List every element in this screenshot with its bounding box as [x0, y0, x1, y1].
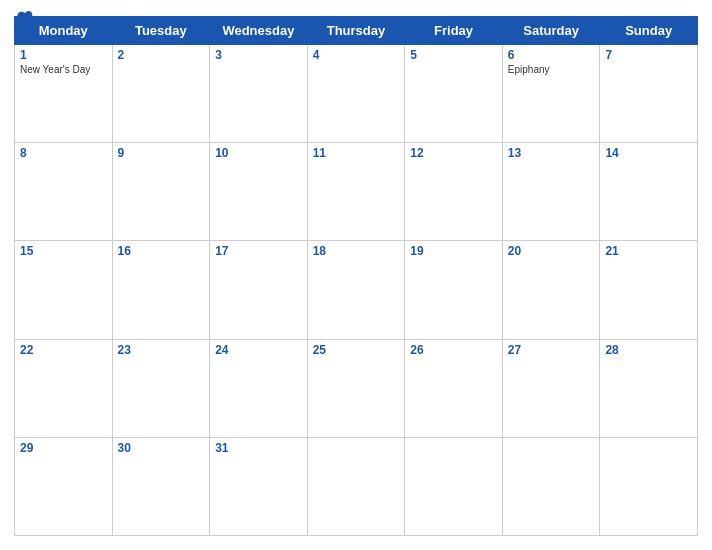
calendar-cell — [600, 437, 698, 535]
logo-area — [14, 10, 36, 24]
calendar-cell: 24 — [210, 339, 308, 437]
calendar-cell: 20 — [502, 241, 600, 339]
day-number: 25 — [313, 343, 400, 357]
calendar-cell: 16 — [112, 241, 210, 339]
calendar-cell: 2 — [112, 45, 210, 143]
day-number: 24 — [215, 343, 302, 357]
day-number: 13 — [508, 146, 595, 160]
calendar-cell: 31 — [210, 437, 308, 535]
day-number: 4 — [313, 48, 400, 62]
day-number: 30 — [118, 441, 205, 455]
calendar-cell: 5 — [405, 45, 503, 143]
day-header-saturday: Saturday — [502, 17, 600, 45]
day-header-wednesday: Wednesday — [210, 17, 308, 45]
day-number: 15 — [20, 244, 107, 258]
day-header-tuesday: Tuesday — [112, 17, 210, 45]
day-number: 8 — [20, 146, 107, 160]
calendar-cell: 6Epiphany — [502, 45, 600, 143]
holiday-label: Epiphany — [508, 64, 595, 75]
calendar-cell: 12 — [405, 143, 503, 241]
day-number: 10 — [215, 146, 302, 160]
day-number: 11 — [313, 146, 400, 160]
day-number: 21 — [605, 244, 692, 258]
calendar-cell: 14 — [600, 143, 698, 241]
holiday-label: New Year's Day — [20, 64, 107, 75]
calendar-cell: 3 — [210, 45, 308, 143]
calendar-cell: 9 — [112, 143, 210, 241]
day-number: 2 — [118, 48, 205, 62]
day-number: 14 — [605, 146, 692, 160]
day-number: 16 — [118, 244, 205, 258]
header-row: MondayTuesdayWednesdayThursdayFridaySatu… — [15, 17, 698, 45]
calendar-cell: 8 — [15, 143, 113, 241]
calendar-cell: 22 — [15, 339, 113, 437]
calendar-cell: 23 — [112, 339, 210, 437]
day-number: 31 — [215, 441, 302, 455]
calendar-week-5: 293031 — [15, 437, 698, 535]
calendar-cell: 15 — [15, 241, 113, 339]
day-header-friday: Friday — [405, 17, 503, 45]
logo-bird-icon — [16, 10, 34, 24]
day-header-sunday: Sunday — [600, 17, 698, 45]
day-number: 1 — [20, 48, 107, 62]
day-number: 27 — [508, 343, 595, 357]
calendar-cell: 29 — [15, 437, 113, 535]
calendar-cell: 19 — [405, 241, 503, 339]
calendar-cell: 4 — [307, 45, 405, 143]
day-number: 3 — [215, 48, 302, 62]
day-number: 9 — [118, 146, 205, 160]
calendar-table: MondayTuesdayWednesdayThursdayFridaySatu… — [14, 16, 698, 536]
day-number: 17 — [215, 244, 302, 258]
calendar-cell: 18 — [307, 241, 405, 339]
day-number: 6 — [508, 48, 595, 62]
calendar-week-1: 1New Year's Day23456Epiphany7 — [15, 45, 698, 143]
calendar-cell: 7 — [600, 45, 698, 143]
day-number: 28 — [605, 343, 692, 357]
calendar-cell: 25 — [307, 339, 405, 437]
day-number: 19 — [410, 244, 497, 258]
day-number: 12 — [410, 146, 497, 160]
day-header-thursday: Thursday — [307, 17, 405, 45]
calendar-week-2: 891011121314 — [15, 143, 698, 241]
day-number: 22 — [20, 343, 107, 357]
logo-text — [14, 10, 36, 24]
calendar-cell: 21 — [600, 241, 698, 339]
calendar-cell: 10 — [210, 143, 308, 241]
calendar-cell: 27 — [502, 339, 600, 437]
day-number: 20 — [508, 244, 595, 258]
calendar-cell: 26 — [405, 339, 503, 437]
calendar-cell — [307, 437, 405, 535]
calendar-cell: 28 — [600, 339, 698, 437]
calendar-week-4: 22232425262728 — [15, 339, 698, 437]
day-number: 5 — [410, 48, 497, 62]
calendar-cell — [405, 437, 503, 535]
day-number: 7 — [605, 48, 692, 62]
calendar-wrapper: MondayTuesdayWednesdayThursdayFridaySatu… — [0, 0, 712, 550]
day-number: 29 — [20, 441, 107, 455]
day-number: 18 — [313, 244, 400, 258]
day-number: 23 — [118, 343, 205, 357]
calendar-cell: 11 — [307, 143, 405, 241]
calendar-week-3: 15161718192021 — [15, 241, 698, 339]
calendar-cell: 17 — [210, 241, 308, 339]
calendar-cell: 1New Year's Day — [15, 45, 113, 143]
day-number: 26 — [410, 343, 497, 357]
calendar-cell: 30 — [112, 437, 210, 535]
calendar-cell — [502, 437, 600, 535]
calendar-cell: 13 — [502, 143, 600, 241]
